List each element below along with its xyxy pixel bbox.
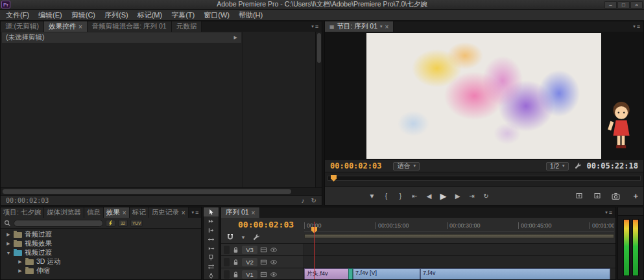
button-editor-plus[interactable]: +: [633, 191, 638, 201]
loop-button[interactable]: ↻: [481, 192, 492, 200]
track-output-eye-icon[interactable]: [270, 259, 278, 266]
tree-item-video-effects[interactable]: ▶ 视频效果: [1, 239, 201, 248]
tab-effects[interactable]: 效果 ×: [104, 207, 130, 218]
lift-button[interactable]: [575, 192, 583, 200]
track-target-toggle[interactable]: [224, 270, 230, 279]
track-v3-content[interactable]: [304, 244, 615, 255]
step-back-button[interactable]: ◀: [423, 192, 435, 200]
panel-menu-icon[interactable]: ▾ ≡: [189, 207, 201, 218]
minimize-button[interactable]: –: [604, 1, 617, 8]
chevron-right-icon[interactable]: ▶: [6, 232, 11, 237]
play-button[interactable]: ▶: [438, 191, 449, 201]
work-area-bar[interactable]: [304, 234, 614, 239]
tab-info[interactable]: 信息: [84, 207, 104, 218]
play-audio-icon[interactable]: ♪: [302, 197, 305, 204]
track-name-badge[interactable]: V3: [242, 246, 257, 254]
track-output-eye-icon[interactable]: [270, 271, 278, 278]
close-tab-icon[interactable]: ×: [385, 23, 389, 30]
razor-tool[interactable]: [204, 253, 219, 262]
tree-item-audio-transitions[interactable]: ▶ 音频过渡: [1, 230, 201, 239]
tab-markers[interactable]: 标记: [130, 207, 149, 218]
close-tab-icon[interactable]: ×: [123, 209, 126, 216]
tree-item-stretch[interactable]: ▶ 伸缩: [1, 266, 201, 275]
tab-audio-clip-mixer[interactable]: 音频剪辑混合器: 序列 01: [88, 21, 172, 32]
scrollbar-thumb[interactable]: [317, 33, 321, 63]
tab-media-browser[interactable]: 媒体浏览器: [44, 207, 84, 218]
close-button[interactable]: ×: [630, 1, 643, 8]
chevron-right-icon[interactable]: ▶: [18, 259, 23, 264]
pen-tool[interactable]: [204, 271, 219, 280]
chevron-right-icon[interactable]: ▶: [18, 268, 23, 274]
chevron-down-icon[interactable]: ▾: [380, 24, 383, 29]
clip-7f4v-1[interactable]: 7.f4v [V]: [353, 268, 420, 280]
zoom-level-select[interactable]: 适合 ▾: [393, 162, 420, 170]
maximize-button[interactable]: □: [617, 1, 630, 8]
add-marker-button[interactable]: ▼: [241, 235, 246, 240]
current-timecode[interactable]: 00:00:02:03: [330, 161, 381, 170]
menu-clip[interactable]: 剪辑(C): [67, 10, 100, 21]
add-marker-button[interactable]: ▼: [366, 192, 377, 200]
extract-button[interactable]: [593, 192, 601, 200]
panel-menu-icon[interactable]: ▾ ≡: [602, 207, 615, 218]
mark-out-button[interactable]: }: [395, 192, 406, 200]
panel-menu-icon[interactable]: ▾ ≡: [308, 21, 322, 32]
track-name-badge[interactable]: V1: [242, 270, 257, 279]
close-tab-icon[interactable]: ×: [252, 209, 256, 216]
effects-search-input[interactable]: [14, 220, 103, 227]
track-display-style-icon[interactable]: [260, 259, 267, 266]
tab-program-sequence[interactable]: ▦ 节目: 序列 01 ▾ ×: [325, 21, 394, 32]
menu-edit[interactable]: 编辑(E): [34, 10, 67, 21]
track-display-style-icon[interactable]: [260, 271, 267, 278]
loop-playback-icon[interactable]: ↻: [311, 197, 316, 204]
track-output-eye-icon[interactable]: [270, 246, 278, 253]
track-lock-icon[interactable]: [232, 246, 239, 253]
accelerated-effects-filter[interactable]: [106, 220, 115, 227]
slip-tool[interactable]: [204, 262, 219, 271]
clip-7f4v-2[interactable]: 7.f4v: [420, 268, 610, 280]
clip-piantou[interactable]: 片头.f4v: [304, 268, 351, 280]
tree-item-3d-motion[interactable]: ▶ 3D 运动: [1, 257, 201, 266]
tab-sequence-01[interactable]: 序列 01 ×: [221, 207, 260, 218]
settings-wrench-icon[interactable]: [574, 162, 582, 170]
track-v2-content[interactable]: [304, 256, 615, 268]
chevron-down-icon[interactable]: ▼: [6, 251, 11, 255]
track-target-toggle[interactable]: [224, 246, 230, 254]
menu-file[interactable]: 文件(F): [1, 10, 34, 21]
track-lock-icon[interactable]: [232, 271, 239, 278]
horizontal-scrollbar[interactable]: [1, 187, 322, 195]
track-select-tool[interactable]: [204, 216, 219, 226]
timeline-settings-wrench-icon[interactable]: [252, 233, 260, 241]
panel-menu-icon[interactable]: ▾ ≡: [630, 21, 643, 32]
snap-toggle-magnet-icon[interactable]: [226, 233, 234, 241]
transition-clip[interactable]: [348, 268, 353, 280]
timeline-view-toggle-icon[interactable]: ▶: [234, 35, 237, 40]
scrubber-track[interactable]: [328, 176, 641, 181]
menu-sequence[interactable]: 序列(S): [100, 10, 133, 21]
tree-item-video-transitions[interactable]: ▼ 视频过渡: [1, 248, 201, 257]
tab-history[interactable]: 历史记录 ×: [149, 207, 189, 218]
export-frame-camera-icon[interactable]: [612, 192, 620, 200]
rolling-edit-tool[interactable]: [204, 235, 219, 244]
playback-resolution-select[interactable]: 1/2 ▾: [546, 162, 568, 170]
tab-effect-controls[interactable]: 效果控件 ×: [44, 21, 88, 32]
close-tab-icon[interactable]: ×: [182, 209, 185, 216]
ripple-edit-tool[interactable]: [204, 226, 219, 235]
32bit-effects-filter[interactable]: 32: [118, 220, 128, 227]
track-lock-icon[interactable]: [232, 259, 239, 266]
selection-tool[interactable]: [204, 207, 219, 216]
track-target-toggle[interactable]: [224, 258, 230, 266]
tab-source[interactable]: 源:(无剪辑): [1, 21, 44, 32]
tab-project[interactable]: 项目: 七夕婉: [1, 207, 44, 218]
vertical-scrollbar[interactable]: [315, 32, 322, 187]
track-name-badge[interactable]: V2: [242, 258, 257, 266]
go-to-out-button[interactable]: ⇥: [466, 192, 477, 200]
menu-window[interactable]: 窗口(W): [199, 10, 234, 21]
scrollbar-thumb[interactable]: [3, 189, 291, 194]
tab-metadata[interactable]: 元数据: [172, 21, 202, 32]
rate-stretch-tool[interactable]: [204, 244, 219, 253]
menu-marker[interactable]: 标记(M): [133, 10, 167, 21]
program-scrubber[interactable]: [325, 172, 643, 186]
chevron-right-icon[interactable]: ▶: [6, 241, 11, 246]
yuv-effects-filter[interactable]: YUV: [130, 220, 143, 227]
timeline-timecode[interactable]: 00:00:02:03: [238, 220, 294, 229]
